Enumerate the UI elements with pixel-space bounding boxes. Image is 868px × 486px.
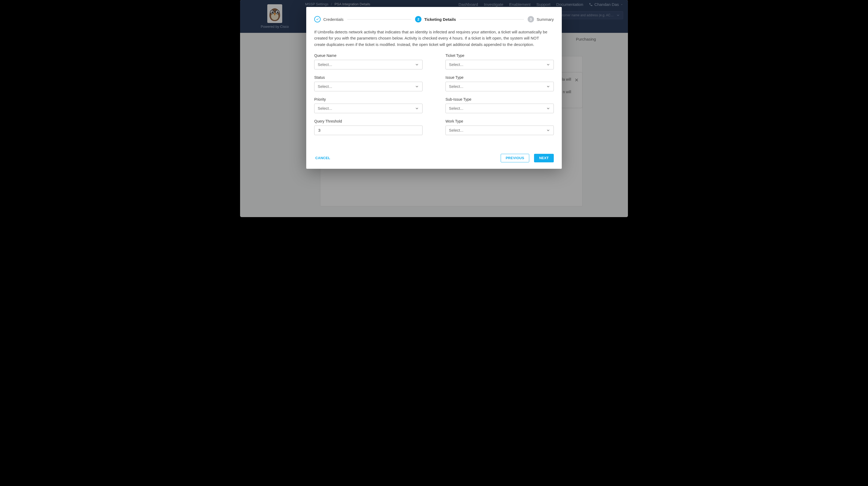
ticketing-modal: Credentials 2 Ticketing Details 3 Summar… (306, 7, 562, 169)
modal-actions: CANCEL PREVIOUS NEXT (314, 154, 554, 162)
next-button[interactable]: NEXT (534, 154, 554, 162)
step-summary-label: Summary (537, 17, 554, 22)
input-query-threshold-wrapper (314, 125, 423, 135)
previous-button[interactable]: PREVIOUS (501, 154, 529, 162)
label-priority: Priority (314, 97, 423, 102)
label-sub-issue-type: Sub-Issue Type (445, 97, 554, 102)
label-issue-type: Issue Type (445, 75, 554, 80)
select-issue-type-value: Select... (449, 84, 463, 89)
step-2-number: 2 (415, 16, 422, 23)
select-work-type-value: Select... (449, 128, 463, 133)
form-grid: Queue Name Select... Ticket Type Select.… (314, 53, 554, 135)
step-summary: 3 Summary (528, 16, 554, 23)
check-icon (316, 18, 319, 21)
chevron-down-icon (415, 62, 419, 67)
select-queue-name[interactable]: Select... (314, 60, 423, 69)
chevron-down-icon (546, 128, 550, 133)
select-priority[interactable]: Select... (314, 104, 423, 113)
label-ticket-type: Ticket Type (445, 53, 554, 58)
select-queue-name-value: Select... (318, 62, 332, 67)
input-query-threshold[interactable] (318, 127, 419, 133)
label-work-type: Work Type (445, 119, 554, 123)
label-queue-name: Queue Name (314, 53, 423, 58)
select-ticket-type[interactable]: Select... (445, 60, 554, 69)
chevron-down-icon (546, 62, 550, 67)
step-ticketing-details-label: Ticketing Details (424, 17, 456, 22)
label-query-threshold: Query Threshold (314, 119, 423, 123)
chevron-down-icon (415, 84, 419, 89)
select-sub-issue-type-value: Select... (449, 106, 463, 111)
cancel-button[interactable]: CANCEL (314, 154, 331, 162)
select-status-value: Select... (318, 84, 332, 89)
select-sub-issue-type[interactable]: Select... (445, 104, 554, 113)
ticketing-description: If Umbrella detects network activity tha… (314, 29, 549, 48)
chevron-down-icon (546, 84, 550, 89)
select-ticket-type-value: Select... (449, 62, 463, 67)
step-credentials-label: Credentials (323, 17, 344, 22)
select-status[interactable]: Select... (314, 82, 423, 91)
select-priority-value: Select... (318, 106, 332, 111)
step-ticketing-details: 2 Ticketing Details (415, 16, 456, 23)
select-work-type[interactable]: Select... (445, 125, 554, 135)
step-credentials[interactable]: Credentials (314, 16, 344, 23)
chevron-down-icon (546, 106, 550, 111)
step-3-number: 3 (528, 16, 534, 23)
wizard-stepper: Credentials 2 Ticketing Details 3 Summar… (314, 15, 554, 24)
select-issue-type[interactable]: Select... (445, 82, 554, 91)
chevron-down-icon (415, 106, 419, 111)
label-status: Status (314, 75, 423, 80)
